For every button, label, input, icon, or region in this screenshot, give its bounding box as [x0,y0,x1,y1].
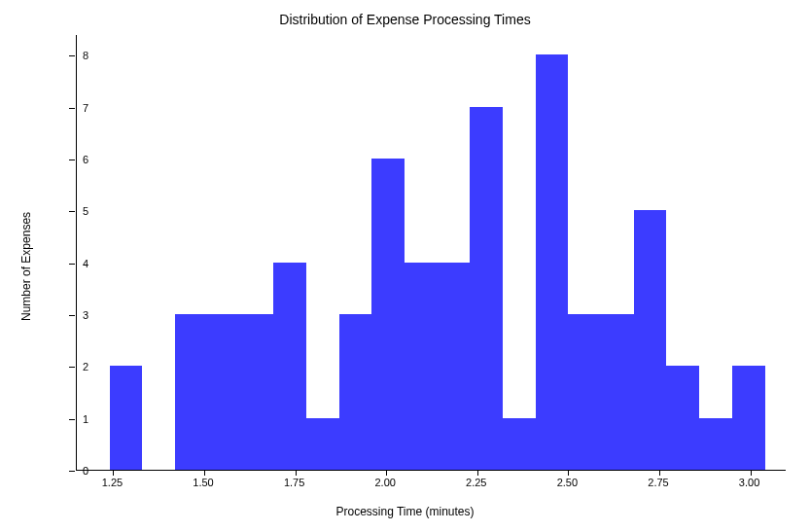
y-tick [69,367,75,368]
histogram-bar [208,314,241,470]
x-tick-label: 2.00 [374,477,395,488]
chart-title: Distribution of Expense Processing Times [0,12,810,27]
y-tick-label: 7 [83,102,88,114]
y-tick [69,160,75,160]
y-tick [69,55,75,56]
y-axis-label: Number of Expenses [19,0,33,532]
y-tick-label: 1 [83,413,88,425]
x-tick [296,471,297,476]
x-tick [751,471,752,476]
histogram-bar [240,314,273,470]
x-tick-label: 1.50 [193,477,213,488]
x-tick [477,471,478,476]
y-tick [69,211,75,212]
histogram-bar [732,366,765,470]
y-tick [69,108,75,109]
histogram-bar [438,263,471,470]
y-tick-label: 8 [83,50,88,61]
x-tick-label: 1.75 [284,477,304,488]
x-tick-label: 2.75 [648,477,668,488]
x-tick [568,471,569,476]
histogram-bar [405,263,438,470]
y-tick-label: 2 [83,361,88,372]
axes [76,35,786,471]
y-tick-label: 5 [83,205,88,217]
histogram-bar [666,366,699,470]
histogram-bar [536,54,569,470]
y-tick-label: 3 [83,309,88,321]
histogram-bar [175,314,208,470]
y-tick [69,264,75,265]
x-tick-label: 1.25 [102,477,123,488]
histogram-bar [601,314,634,470]
x-tick-label: 2.25 [466,477,486,488]
bars-group [77,35,786,470]
histogram-bar [339,314,372,470]
chart-plot-area [76,35,786,471]
histogram-bar [503,418,536,470]
x-axis-label: Processing Time (minutes) [0,505,810,518]
x-tick [386,471,387,476]
y-tick-label: 0 [83,465,88,477]
x-tick-label: 2.50 [557,477,578,488]
histogram-bar [699,418,732,470]
y-tick-label: 6 [83,154,88,165]
histogram-bar [634,210,667,470]
y-tick-label: 4 [83,258,88,269]
x-tick [113,471,114,476]
x-tick [204,471,205,476]
y-tick [69,419,75,420]
histogram-bar [273,263,306,470]
histogram-bar [306,418,339,470]
x-tick [659,471,660,476]
x-tick-label: 3.00 [739,477,759,488]
y-tick [69,315,75,316]
histogram-bar [470,107,503,470]
histogram-bar [110,366,143,470]
histogram-bar [568,314,601,470]
histogram-bar [371,159,405,470]
y-tick [69,471,75,472]
